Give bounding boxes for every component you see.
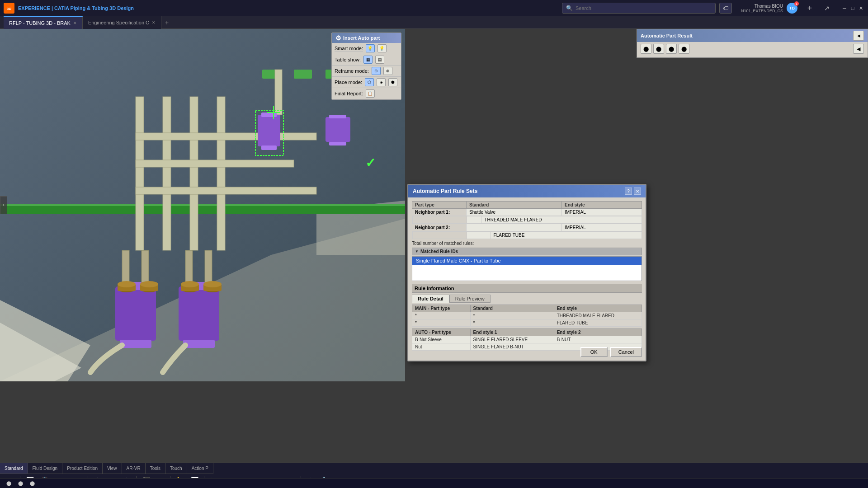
table-show-btn-2[interactable]: ▤ — [375, 56, 384, 64]
mt-std-0: * — [470, 312, 554, 319]
ok-button[interactable]: OK — [580, 347, 608, 357]
mt-es-0: THREADED MALE FLARED — [554, 312, 642, 319]
tab-action-p[interactable]: Action P — [187, 463, 213, 474]
rule-info-header: Rule Information — [412, 284, 642, 293]
reframe-btn-1[interactable]: ⊙ — [372, 67, 381, 75]
svg-rect-11 — [190, 97, 198, 250]
tab-tools[interactable]: Tools — [146, 463, 165, 474]
neighbor-part-2-endstyle-row: FLARED TUBE — [412, 231, 642, 239]
share-button[interactable]: ↗ — [820, 2, 834, 14]
tab-standard[interactable]: Standard — [0, 463, 28, 474]
at-es1-1: SINGLE FLARED B-NUT — [470, 343, 554, 351]
app-icon: 3D — [4, 3, 14, 14]
svg-rect-10 — [163, 97, 171, 250]
svg-rect-13 — [136, 133, 316, 140]
svg-point-48 — [203, 281, 222, 287]
smart-mode-btn-2[interactable]: 💡 — [377, 44, 387, 52]
search-input[interactable] — [576, 5, 712, 11]
at-type-0: B-Nut Sleeve — [412, 336, 471, 343]
close-button[interactable]: ✕ — [857, 5, 864, 11]
window-controls: ─ □ ✕ — [841, 5, 864, 11]
apr-btn-3[interactable]: ⬤ — [666, 44, 677, 54]
table-show-btn-1[interactable]: ▦ — [363, 56, 373, 64]
neighbor-part-1-endstyle-row: THREADED MALE FLARED — [412, 216, 642, 224]
col-header-standard: Standard — [467, 202, 562, 209]
tab-engineering[interactable]: Engineering Specification C ✕ — [83, 16, 161, 29]
apr-collapse-button[interactable]: ◀ — [853, 31, 864, 41]
tab-rule-detail[interactable]: Rule Detail — [412, 295, 449, 303]
svg-rect-19 — [275, 70, 282, 115]
tab-rflp[interactable]: RFLP - TUBING 3D - BRAK ✕ — [4, 16, 83, 29]
tab-view[interactable]: View — [103, 463, 122, 474]
reframe-mode-row: Reframe mode: ⊙ ⊕ — [332, 66, 401, 77]
dialog-body: Part type Standard End style Neighbor pa… — [408, 197, 646, 356]
apr-side-btn[interactable]: ◀ — [853, 44, 864, 54]
total-matched-label: Total number of matched rules: — [412, 241, 642, 246]
apr-btn-2[interactable]: ⬤ — [653, 44, 664, 54]
final-report-btn[interactable]: 📋 — [366, 89, 375, 98]
minimize-button[interactable]: ─ — [841, 5, 848, 11]
tab-rule-preview[interactable]: Rule Preview — [449, 295, 491, 303]
tab-ar-vr[interactable]: AR-VR — [122, 463, 146, 474]
expand-icon: ▼ — [415, 249, 419, 253]
place-btn-3[interactable]: ⬢ — [388, 78, 397, 86]
neighbor-part-1-label: Neighbor part 1: — [412, 209, 467, 216]
status-btn-3[interactable]: ⬤ — [27, 479, 37, 488]
rdt-col-endstyle: End style — [554, 305, 642, 312]
search-box[interactable]: 🔍 — [562, 3, 716, 14]
rdt-col-es1: End style 1 — [470, 329, 554, 336]
svg-rect-29 — [120, 340, 151, 348]
place-btn-1[interactable]: ⬡ — [365, 78, 374, 86]
svg-rect-25 — [329, 115, 346, 118]
neighbor-part-2-endstyle: FLARED TUBE — [491, 232, 642, 239]
canvas-area: ✓ › ⚙ Insert Auto part Smart mode: 💡 💡 T… — [0, 29, 405, 381]
tab-close-icon-2[interactable]: ✕ — [152, 20, 156, 25]
apr-btn-1[interactable]: ⬤ — [641, 44, 651, 54]
mt-es-1: FLARED TUBE — [554, 319, 642, 327]
dialog-header-buttons: ? ✕ — [625, 188, 641, 195]
status-icons: ⬤ ⬤ ⬤ — [4, 479, 37, 488]
add-button[interactable]: + — [803, 2, 816, 14]
dialog-close-button[interactable]: ✕ — [634, 188, 641, 195]
rule-detail-table: MAIN - Part type Standard End style * * … — [412, 305, 642, 351]
neighbor-part-1-row: Neighbor part 1: Shuttle Valve IMPERIAL — [412, 209, 642, 216]
svg-rect-20 — [258, 115, 280, 146]
tab-add-button[interactable]: + — [161, 17, 172, 28]
dialog-help-button[interactable]: ? — [625, 188, 632, 195]
svg-rect-32 — [179, 286, 219, 341]
matched-rules-empty — [412, 265, 642, 278]
col-header-parttype: Part type — [412, 202, 467, 209]
svg-rect-8 — [0, 204, 405, 206]
insert-panel-header: ⚙ Insert Auto part — [332, 33, 401, 43]
avatar[interactable]: TB 1 — [787, 3, 797, 14]
svg-rect-34 — [183, 340, 215, 348]
cancel-button[interactable]: Cancel — [610, 347, 642, 357]
tab-product-edition[interactable]: Product Edition — [62, 463, 103, 474]
apr-toolbar: ⬤ ⬤ ⬤ ⬤ ◀ — [637, 42, 868, 56]
matched-rule-ids-header: ▼ Matched Rule IDs — [412, 248, 642, 255]
svg-rect-21 — [261, 113, 277, 117]
dialog-footer: OK Cancel — [580, 347, 642, 357]
tab-fluid-design[interactable]: Fluid Design — [28, 463, 63, 474]
tab-close-icon[interactable]: ✕ — [73, 21, 77, 25]
tag-button[interactable]: 🏷 — [719, 3, 732, 14]
at-type-1: Nut — [412, 343, 471, 351]
smart-mode-btn-1[interactable]: 💡 — [366, 44, 375, 52]
user-info: Thomas BIOU N101_EXTENDED_CS — [741, 4, 783, 13]
svg-rect-26 — [329, 142, 346, 145]
viewport-side-button[interactable]: › — [0, 196, 7, 214]
tab-touch[interactable]: Touch — [165, 463, 187, 474]
svg-rect-9 — [136, 97, 144, 250]
status-btn-1[interactable]: ⬤ — [4, 479, 14, 488]
apr-panel-header: Automatic Part Result ◀ — [637, 29, 868, 42]
mt-type-0: * — [412, 312, 471, 319]
insert-auto-part-panel: ⚙ Insert Auto part Smart mode: 💡 💡 Table… — [331, 33, 401, 100]
matched-rule-item-0[interactable]: Single Flared Male CNX - Part to Tube — [412, 257, 642, 265]
neighbor-part-1-type: Shuttle Valve — [467, 209, 562, 216]
apr-btn-4[interactable]: ⬤ — [679, 44, 689, 54]
restore-button[interactable]: □ — [849, 5, 856, 11]
place-btn-2[interactable]: ◈ — [377, 78, 386, 86]
reframe-btn-2[interactable]: ⊕ — [383, 67, 392, 75]
status-btn-2[interactable]: ⬤ — [15, 479, 25, 488]
svg-rect-22 — [261, 145, 277, 150]
